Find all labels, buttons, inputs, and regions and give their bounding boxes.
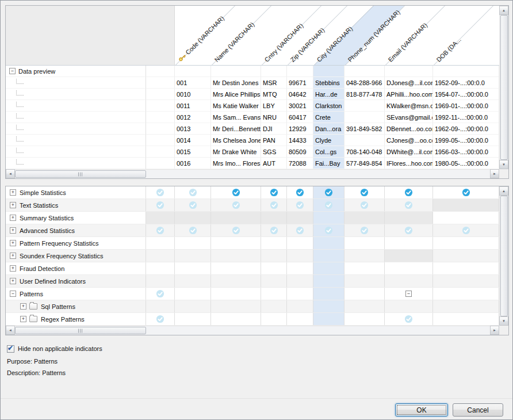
indicator-cell[interactable] [287, 262, 313, 274]
check-icon[interactable] [189, 188, 197, 197]
indicator-cell[interactable] [313, 275, 344, 287]
indicator-cell[interactable] [261, 300, 287, 312]
check-icon[interactable] [270, 188, 278, 197]
scroll-thumb[interactable] [15, 327, 146, 334]
indicator-cell[interactable] [433, 224, 499, 236]
indicator-cell[interactable] [344, 262, 385, 274]
indicator-cell[interactable] [344, 186, 385, 198]
indicator-cell[interactable] [175, 186, 211, 198]
indicator-cell[interactable] [146, 288, 175, 300]
indicator-cell[interactable] [175, 212, 211, 224]
indicator-cell[interactable] [385, 250, 433, 262]
scroll-up-icon[interactable]: ▲ [499, 186, 508, 196]
indicator-cell[interactable] [146, 199, 175, 211]
indicator-cell[interactable] [175, 237, 211, 249]
indicator-cell[interactable] [146, 212, 175, 224]
scroll-thumb[interactable] [500, 15, 508, 160]
collapse-icon[interactable]: − [10, 291, 16, 297]
indicator-cell[interactable] [313, 224, 344, 236]
indicator-cell[interactable] [146, 237, 175, 249]
scroll-thumb[interactable] [500, 196, 508, 316]
check-icon[interactable] [270, 201, 278, 209]
indicator-cell[interactable] [344, 237, 385, 249]
cancel-button[interactable]: Cancel [453, 403, 503, 417]
indicator-cell[interactable] [146, 275, 175, 287]
indicator-cell[interactable] [175, 288, 211, 300]
preview-vertical-scrollbar[interactable]: ▲ ▼ [499, 6, 508, 169]
expand-icon[interactable]: + [10, 240, 16, 246]
check-icon[interactable] [404, 226, 413, 235]
indicator-cell[interactable] [344, 313, 385, 325]
indicator-cell[interactable] [385, 313, 433, 325]
indicator-cell[interactable] [175, 250, 211, 262]
indicator-cell[interactable] [344, 288, 385, 300]
expand-icon[interactable]: + [10, 278, 16, 284]
indicator-cell[interactable] [211, 313, 261, 325]
expand-icon[interactable]: + [10, 189, 16, 196]
indicator-cell[interactable] [313, 199, 344, 211]
indicator-cell[interactable] [146, 186, 175, 198]
indicator-cell[interactable] [344, 275, 385, 287]
check-icon[interactable] [232, 188, 240, 197]
indicator-cell[interactable] [313, 237, 344, 249]
indicator-cell[interactable] [433, 199, 499, 211]
indicator-cell[interactable] [261, 250, 287, 262]
check-icon[interactable] [189, 226, 197, 235]
indicator-cell[interactable] [385, 212, 433, 224]
collapse-icon[interactable]: − [9, 68, 16, 74]
indicator-cell[interactable] [146, 250, 175, 262]
check-icon[interactable] [156, 201, 164, 209]
indicator-cell[interactable] [175, 275, 211, 287]
scroll-down-icon[interactable]: ▼ [499, 160, 508, 169]
indicator-cell[interactable] [211, 186, 261, 198]
indicator-cell[interactable] [175, 300, 211, 312]
check-icon[interactable] [324, 188, 333, 197]
indicator-cell[interactable] [211, 288, 261, 300]
indicator-cell[interactable] [433, 250, 499, 262]
indicator-cell[interactable] [313, 288, 344, 300]
check-icon[interactable] [189, 201, 197, 209]
check-icon[interactable] [360, 188, 369, 197]
indicator-cell[interactable] [344, 250, 385, 262]
indicator-cell[interactable] [287, 275, 313, 287]
check-icon[interactable] [156, 188, 164, 197]
indicator-cell[interactable] [344, 199, 385, 211]
indicator-cell[interactable] [287, 250, 313, 262]
indicator-cell[interactable] [433, 313, 499, 325]
indicator-cell[interactable] [433, 212, 499, 224]
indicator-cell[interactable] [175, 199, 211, 211]
indicator-cell[interactable] [385, 300, 433, 312]
indicator-cell[interactable] [385, 237, 433, 249]
indicator-cell[interactable] [211, 300, 261, 312]
indicator-cell[interactable] [287, 300, 313, 312]
indicator-cell[interactable] [385, 275, 433, 287]
check-icon[interactable] [296, 226, 304, 235]
indicator-cell[interactable] [261, 224, 287, 236]
indicator-cell[interactable] [211, 250, 261, 262]
indicator-cell[interactable] [261, 237, 287, 249]
check-icon[interactable] [404, 201, 413, 209]
check-icon[interactable] [156, 226, 164, 235]
check-icon[interactable] [232, 226, 240, 235]
indicator-cell[interactable] [211, 275, 261, 287]
indicator-cell[interactable] [146, 313, 175, 325]
partial-select-icon[interactable]: − [405, 291, 412, 297]
indicator-cell[interactable] [261, 288, 287, 300]
check-icon[interactable] [462, 226, 470, 235]
indicator-cell[interactable] [211, 199, 261, 211]
indicator-cell[interactable] [175, 313, 211, 325]
expand-icon[interactable]: + [10, 202, 16, 208]
indicator-cell[interactable] [261, 275, 287, 287]
expand-icon[interactable]: + [10, 227, 16, 234]
indicator-cell[interactable] [313, 212, 344, 224]
check-icon[interactable] [296, 201, 304, 209]
indicator-cell[interactable] [211, 237, 261, 249]
indicator-cell[interactable] [433, 186, 499, 198]
check-icon[interactable] [270, 226, 278, 235]
indicator-cell[interactable] [146, 300, 175, 312]
scroll-right-icon[interactable]: ► [490, 326, 499, 335]
expand-icon[interactable]: + [10, 265, 16, 272]
ok-button[interactable]: OK [395, 403, 448, 417]
expand-icon[interactable]: + [10, 253, 16, 259]
indicator-cell[interactable] [433, 237, 499, 249]
